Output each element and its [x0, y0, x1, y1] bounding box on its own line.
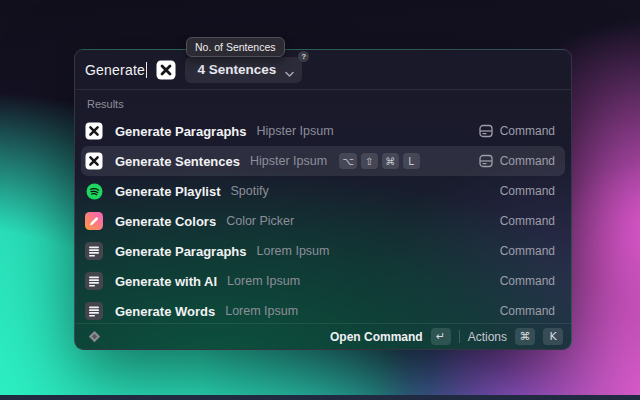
spotify-icon [85, 182, 103, 200]
result-row-generate-words-lorem-ipsum[interactable]: Generate Words Lorem Ipsum Command [81, 296, 565, 323]
document-icon [85, 272, 103, 290]
help-badge-icon[interactable]: ? [298, 51, 309, 62]
command-palette-window: Generate 4 Sentences ? Results Generate … [74, 49, 572, 350]
result-row-generate-paragraphs-lorem-ipsum[interactable]: Generate Paragraphs Lorem Ipsum Command [81, 236, 565, 266]
result-subtitle: Lorem Ipsum [225, 304, 298, 318]
result-type-label: Command [500, 244, 555, 258]
bottom-edge-strip [0, 395, 640, 400]
tooltip: No. of Sentences [186, 37, 285, 57]
result-row-generate-paragraphs-hipster-ipsum[interactable]: Generate Paragraphs Hipster Ipsum Comman… [81, 116, 565, 146]
x-app-icon [85, 122, 103, 140]
results-header: Results [87, 98, 565, 110]
result-type-label: Command [500, 184, 555, 198]
footer-bar: Open Command ↵ Actions ⌘ K [75, 323, 571, 349]
result-type-label: Command [500, 304, 555, 318]
card-icon [479, 154, 493, 168]
result-subtitle: Lorem Ipsum [227, 274, 300, 288]
results-list: Results Generate Paragraphs Hipster Ipsu… [75, 90, 571, 323]
result-row-generate-colors-color-picker[interactable]: Generate Colors Color Picker Command [81, 206, 565, 236]
shortcut-key-badge: ⌥ [339, 153, 357, 169]
document-icon [85, 242, 103, 260]
result-title: Generate Playlist [115, 184, 221, 199]
desktop-background: Generate 4 Sentences ? Results Generate … [0, 0, 640, 400]
result-title: Generate Colors [115, 214, 216, 229]
actions-button[interactable]: Actions [468, 330, 507, 344]
results-rows: Generate Paragraphs Hipster Ipsum Comman… [81, 116, 565, 323]
shortcut-key-badge: ⇧ [361, 153, 378, 169]
result-title: Generate Paragraphs [115, 124, 247, 139]
result-type-label: Command [500, 124, 555, 138]
result-subtitle: Hipster Ipsum [257, 124, 334, 138]
result-subtitle: Color Picker [226, 214, 294, 228]
return-key-badge: ↵ [431, 328, 451, 345]
result-subtitle: Spotify [231, 184, 269, 198]
result-title: Generate Sentences [115, 154, 240, 169]
result-type-label: Command [500, 274, 555, 288]
result-title: Generate with AI [115, 274, 217, 289]
result-title: Generate Paragraphs [115, 244, 247, 259]
chevron-down-icon [285, 66, 294, 81]
x-app-icon [85, 152, 103, 170]
search-input-value: Generate [85, 62, 145, 78]
result-type-label: Command [500, 154, 555, 168]
shortcut-key-badge: ⌘ [382, 153, 399, 169]
result-row-generate-with-ai-lorem-ipsum[interactable]: Generate with AI Lorem Ipsum Command [81, 266, 565, 296]
shortcut-key-badge: L [403, 153, 420, 169]
card-icon [479, 124, 493, 138]
result-row-generate-sentences-hipster-ipsum[interactable]: Generate Sentences Hipster Ipsum ⌥⇧⌘L Co… [81, 146, 565, 176]
shortcut-badges: ⌥⇧⌘L [339, 153, 420, 169]
k-key-badge: K [543, 328, 563, 345]
command-key-badge: ⌘ [515, 328, 535, 345]
search-bar: Generate 4 Sentences ? [75, 50, 571, 89]
footer-actions-group: Open Command ↵ Actions ⌘ K [330, 328, 563, 345]
sentences-dropdown[interactable]: 4 Sentences ? [185, 57, 302, 83]
result-title: Generate Words [115, 304, 215, 319]
result-subtitle: Lorem Ipsum [257, 244, 330, 258]
open-command-button[interactable]: Open Command [330, 330, 423, 344]
result-subtitle: Hipster Ipsum [250, 154, 327, 168]
color-picker-icon [85, 212, 103, 230]
document-icon [85, 302, 103, 320]
raycast-logo-icon [87, 329, 102, 344]
text-caret [146, 62, 148, 78]
result-type-label: Command [500, 214, 555, 228]
search-input[interactable]: Generate [85, 62, 147, 78]
result-row-generate-playlist-spotify[interactable]: Generate Playlist Spotify Command [81, 176, 565, 206]
x-app-icon [156, 60, 176, 80]
sentences-dropdown-value: 4 Sentences [197, 62, 276, 77]
footer-divider [459, 330, 460, 343]
